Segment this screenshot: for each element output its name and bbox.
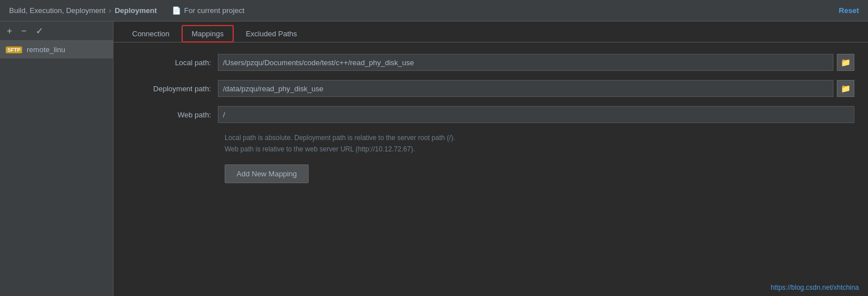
info-line-1: Local path is absolute. Deployment path … [225,132,854,143]
sidebar: + − ✓ SFTP remote_linu [0,22,113,296]
local-path-label: Local path: [127,58,218,67]
content-area: Connection Mappings Excluded Paths Local… [113,22,868,296]
info-line-2: Web path is relative to the web server U… [225,143,854,155]
breadcrumb-current: Deployment [115,6,157,15]
add-new-mapping-button[interactable]: Add New Mapping [225,164,309,183]
status-bar: https://blog.csdn.net/xhtchina [771,284,859,291]
deployment-path-row: Deployment path: 📁 [127,80,854,97]
toolbar: + − ✓ [0,22,113,41]
tabs-bar: Connection Mappings Excluded Paths [113,22,868,43]
main-content: + − ✓ SFTP remote_linu Connection Mappin… [0,22,868,296]
deployment-path-browse-button[interactable]: 📁 [837,80,854,97]
sidebar-item-remote[interactable]: SFTP remote_linu [0,41,113,58]
tab-connection[interactable]: Connection [123,26,179,42]
add-server-button[interactable]: + [6,27,13,36]
project-icon: 📄 [172,6,181,15]
local-path-input[interactable] [218,54,833,71]
local-path-input-wrap: 📁 [218,54,854,71]
status-url: https://blog.csdn.net/xhtchina [771,284,859,291]
web-path-input[interactable] [218,106,854,123]
deployment-path-input-wrap: 📁 [218,80,854,97]
sftp-badge: SFTP [6,46,22,53]
remove-server-button[interactable]: − [20,27,27,36]
breadcrumb-separator: › [109,6,111,15]
local-path-row: Local path: 📁 [127,54,854,71]
apply-button[interactable]: ✓ [35,27,44,36]
folder-icon: 📁 [841,58,850,67]
breadcrumb: Build, Execution, Deployment › Deploymen… [9,6,245,15]
tab-mappings[interactable]: Mappings [182,25,234,43]
sidebar-item-label: remote_linu [27,45,65,54]
web-path-label: Web path: [127,111,218,119]
info-text: Local path is absolute. Deployment path … [127,132,854,155]
deployment-path-label: Deployment path: [127,84,218,93]
breadcrumb-root: Build, Execution, Deployment [9,6,106,15]
folder-icon-deployment: 📁 [841,84,850,93]
form-area: Local path: 📁 Deployment path: 📁 [113,43,868,296]
deployment-path-input[interactable] [218,80,833,97]
reset-button[interactable]: Reset [839,6,859,15]
tab-excluded-paths[interactable]: Excluded Paths [236,26,306,42]
top-bar: Build, Execution, Deployment › Deploymen… [0,0,868,22]
local-path-browse-button[interactable]: 📁 [837,54,854,71]
web-path-input-wrap [218,106,854,123]
web-path-row: Web path: [127,106,854,123]
for-project-label: For current project [184,6,245,15]
